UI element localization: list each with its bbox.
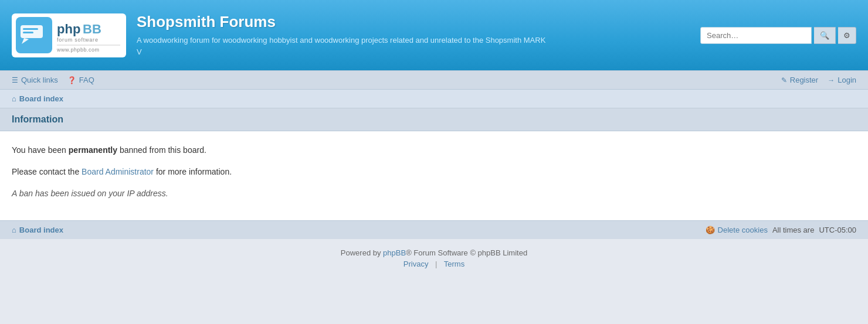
privacy-link[interactable]: Privacy (404, 260, 429, 268)
navbar-left: ☰ Quick links ❓ FAQ (12, 76, 94, 84)
ban-message-part2: banned from this board. (117, 145, 206, 155)
header-left: php BB forum software www.phpbb.com Shop… (12, 13, 547, 57)
ban-message-bold: permanently (69, 145, 117, 155)
svg-rect-4 (23, 32, 33, 33)
terms-link[interactable]: Terms (444, 260, 464, 268)
search-form: 🔍 ⚙ (700, 27, 856, 44)
board-index-breadcrumb[interactable]: ⌂ Board index (12, 94, 63, 103)
board-index-bottom-link[interactable]: ⌂ Board index (12, 226, 63, 234)
site-title-block: Shopsmith Forums A woodworking forum for… (137, 13, 547, 57)
footer-links: Privacy | Terms (12, 260, 856, 268)
home-icon: ⌂ (12, 94, 16, 103)
site-title: Shopsmith Forums (137, 13, 547, 31)
all-times-label: All times are (772, 226, 815, 234)
navbar-right: ✎ Register → Login (781, 76, 856, 84)
contact-part2: for more information. (154, 167, 232, 176)
phpbb-link[interactable]: phpBB (383, 248, 406, 257)
board-admin-link[interactable]: Board Administrator (82, 167, 154, 176)
search-icon: 🔍 (820, 31, 829, 40)
site-header: php BB forum software www.phpbb.com Shop… (0, 0, 868, 70)
site-description: A woodworking forum for woodworking hobb… (137, 35, 547, 57)
bottom-bar: ⌂ Board index 🍪 Delete cookies All times… (0, 220, 868, 239)
login-link[interactable]: → Login (828, 76, 856, 84)
quick-links-label: Quick links (21, 76, 58, 84)
svg-text:php: php (57, 22, 80, 36)
delete-cookies-label: Delete cookies (718, 226, 768, 234)
breadcrumb-bar: ⌂ Board index (0, 90, 868, 108)
navbar: ☰ Quick links ❓ FAQ ✎ Register → Login (0, 70, 868, 90)
cookie-icon: 🍪 (706, 226, 715, 234)
quick-links-button[interactable]: ☰ Quick links (12, 76, 58, 84)
svg-text:forum software: forum software (57, 37, 99, 43)
footer: Powered by phpBB® Forum Software © phpBB… (0, 239, 868, 278)
ip-notice-text: A ban has been issued on your IP address… (12, 189, 168, 198)
register-link[interactable]: ✎ Register (781, 76, 818, 84)
register-label: Register (790, 76, 818, 84)
footer-copyright: ® Forum Software © phpBB Limited (406, 248, 527, 257)
footer-powered-by: Powered by phpBB® Forum Software © phpBB… (12, 248, 856, 257)
footer-separator: | (435, 260, 437, 268)
login-label: Login (838, 76, 856, 84)
advanced-search-icon: ⚙ (843, 31, 850, 40)
main-content: Information You have been permanently ba… (0, 108, 868, 220)
board-index-bottom-label: Board index (19, 226, 63, 234)
search-input[interactable] (700, 27, 812, 44)
ban-message: You have been permanently banned from th… (12, 143, 856, 158)
search-button[interactable]: 🔍 (814, 27, 836, 44)
info-header: Information (0, 108, 868, 131)
info-body: You have been permanently banned from th… (0, 131, 868, 220)
info-heading: Information (12, 114, 856, 125)
ip-notice: A ban has been issued on your IP address… (12, 186, 856, 201)
timezone-value: UTC-05:00 (819, 226, 856, 234)
faq-label: FAQ (79, 76, 94, 84)
delete-cookies-link[interactable]: 🍪 Delete cookies (706, 226, 768, 234)
contact-part1: Please contact the (12, 167, 82, 176)
powered-by-text: Powered by (341, 248, 383, 257)
ban-message-part1: You have been (12, 145, 69, 155)
login-icon: → (828, 76, 835, 84)
register-icon: ✎ (781, 76, 787, 84)
contact-message: Please contact the Board Administrator f… (12, 165, 856, 179)
site-logo[interactable]: php BB forum software www.phpbb.com (12, 13, 126, 57)
faq-link[interactable]: ❓ FAQ (67, 76, 94, 84)
quick-links-icon: ☰ (12, 76, 18, 84)
svg-rect-3 (23, 28, 38, 30)
faq-icon: ❓ (67, 76, 76, 84)
home-icon-bottom: ⌂ (12, 226, 16, 234)
bottom-bar-right: 🍪 Delete cookies All times are UTC-05:00 (706, 226, 856, 234)
svg-text:BB: BB (83, 22, 101, 36)
board-index-label: Board index (19, 94, 63, 103)
svg-text:www.phpbb.com: www.phpbb.com (56, 47, 100, 53)
advanced-search-button[interactable]: ⚙ (838, 27, 856, 44)
